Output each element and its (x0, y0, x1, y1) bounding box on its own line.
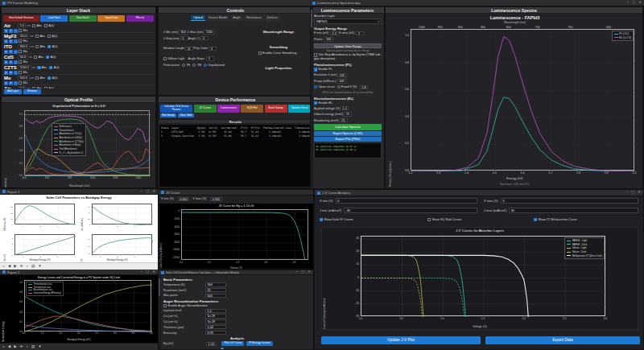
toolbar-icon[interactable]: ▶ (14, 265, 16, 269)
layer-move-button[interactable]: ▲ (4, 50, 8, 54)
emax-input[interactable]: 2 (356, 31, 364, 36)
field-input[interactable]: 25 (340, 118, 348, 123)
eqe-plot-button[interactable]: EQE Plot (241, 105, 263, 113)
toolbar-icon[interactable]: ⌖ (26, 265, 28, 269)
checkbox[interactable] (427, 218, 431, 221)
abs-checkbox[interactable] (34, 56, 37, 59)
alambda-checkbox[interactable] (46, 56, 49, 59)
close-icon[interactable]: ✕ (152, 270, 155, 274)
layer-move-button[interactable]: ＋ (14, 39, 18, 43)
toolbar-icon[interactable]: ✛ (20, 265, 23, 269)
tab-angle[interactable]: Angle (230, 15, 243, 21)
layer-move-button[interactable]: ＋ (14, 71, 18, 75)
close-icon[interactable]: ✕ (638, 1, 642, 5)
radio-button[interactable] (192, 64, 196, 67)
update-jv-plot-button[interactable]: Update J-V Plot (321, 336, 481, 344)
layer-thickness-input[interactable]: 50.0 (18, 55, 27, 60)
toolbar-icon[interactable]: ◀ (8, 265, 10, 269)
checkbox[interactable] (314, 101, 317, 105)
luminescence-button[interactable]: Luminescence (217, 105, 240, 113)
minimize-icon[interactable]: – (140, 190, 142, 194)
emin-input[interactable]: 1.2 (330, 31, 338, 36)
calculate-spectra-button[interactable]: Calculate Spectra (314, 124, 382, 130)
maximize-icon[interactable]: ▢ (632, 1, 635, 5)
alambda-checkbox[interactable] (47, 35, 51, 38)
field-input[interactable]: 1e-29 (205, 314, 226, 319)
abs-checkbox[interactable] (32, 24, 35, 27)
field-input[interactable]: 1.0 (205, 309, 226, 314)
toolbar-icon[interactable]: ✛ (20, 345, 23, 349)
field-input[interactable]: 300 (205, 282, 226, 287)
minimize-icon[interactable]: – (625, 191, 628, 195)
field-input[interactable]: 5 (180, 36, 188, 41)
field-input[interactable]: 15 (344, 112, 352, 117)
layer-move-button[interactable]: ▲ (4, 71, 8, 75)
abs-checkbox[interactable] (35, 45, 39, 48)
field-input[interactable]: 100 (337, 79, 346, 84)
save-stack-button[interactable]: Save Stack (69, 15, 97, 22)
layer-move-button[interactable]: ＋ (14, 50, 18, 54)
field-input[interactable]: 1.00 (205, 325, 226, 330)
mix-checkbox[interactable] (19, 29, 22, 32)
batch-sweep-button[interactable]: Batch Sweep (265, 105, 287, 113)
update-view-range-button[interactable]: Update View Range (314, 43, 382, 48)
layer-move-button[interactable]: ▲ (4, 60, 8, 64)
layer-move-button[interactable]: ▼ (9, 71, 13, 75)
checkbox[interactable] (163, 57, 167, 60)
tab-defects[interactable]: Defects (265, 15, 280, 21)
alambda-checkbox[interactable] (47, 45, 51, 48)
field-input[interactable]: 0.000 (178, 197, 190, 202)
field-input[interactable]: 0 (336, 198, 477, 204)
field-input[interactable]: 3 (501, 198, 638, 204)
abs-checkbox[interactable] (32, 87, 35, 89)
toolbar-icon[interactable]: ▼ (38, 265, 41, 269)
export-data-button[interactable]: Export Data (485, 336, 640, 344)
plot-j-v-curve-button[interactable]: Plot J-V Curve (221, 341, 244, 346)
close-icon[interactable]: ✕ (152, 190, 155, 194)
field-input[interactable]: 500 (205, 294, 226, 299)
eg-input[interactable]: 1.14 (206, 342, 216, 347)
maximize-icon[interactable]: ▢ (146, 270, 149, 274)
checkbox[interactable] (534, 218, 537, 221)
field-input[interactable]: 0.95 (205, 331, 226, 336)
field-input[interactable]: 1500 (204, 30, 214, 35)
tab-resistance[interactable]: Resistance (244, 15, 264, 21)
layer-move-button[interactable]: ▼ (9, 50, 13, 54)
layer-move-button[interactable]: ▲ (4, 39, 8, 43)
field-input[interactable]: 532 (337, 73, 346, 78)
minimize-icon[interactable]: – (626, 1, 629, 5)
field-input[interactable]: 0 (200, 36, 208, 41)
layer-move-button[interactable]: ▼ (9, 81, 13, 85)
checkbox[interactable] (163, 304, 167, 307)
export-plot-png--button[interactable]: Export Plot (PNG) (314, 137, 382, 142)
calculate-jv-device-params-button[interactable]: Calculate JV & Device Params (160, 105, 192, 113)
tab-optical[interactable]: Optical (191, 15, 205, 21)
load-stack-button[interactable]: Load Stack (40, 15, 68, 22)
layer-thickness-input[interactable]: 1.0 (18, 86, 26, 89)
field-input[interactable]: 300 (179, 30, 188, 35)
pl-fixed-voltage-input[interactable]: 0.8 (360, 85, 368, 90)
alambda-checkbox[interactable] (47, 76, 51, 80)
radio-button[interactable] (314, 85, 317, 89)
field-input[interactable]: 1e-29 (205, 319, 226, 324)
mix-checkbox[interactable] (19, 39, 22, 43)
jv-curves-button[interactable]: JV Curves (194, 105, 217, 113)
run-sweep-button[interactable]: Run Sweep (160, 113, 176, 117)
db-scrollbar[interactable] (159, 276, 161, 349)
mix-checkbox[interactable] (19, 60, 22, 64)
toolbar-icon[interactable]: ⌖ (26, 345, 28, 349)
alambda-checkbox[interactable] (49, 66, 52, 69)
layer-thickness-input[interactable]: 300.0 (18, 44, 30, 49)
tab-device-model[interactable]: Device Model (206, 15, 229, 21)
field-input[interactable]: 0.900 (210, 197, 222, 202)
toolbar-icon[interactable]: ⌂ (2, 345, 5, 349)
layer-move-button[interactable]: ▲ (4, 81, 8, 85)
layer-move-button[interactable]: ▼ (9, 29, 13, 33)
maximize-icon[interactable]: ▢ (146, 190, 149, 194)
layer-thickness-input[interactable]: 500.0 (18, 76, 30, 80)
field-input[interactable]: 25 (205, 288, 226, 293)
maximize-icon[interactable]: ▢ (631, 191, 634, 195)
layer-thickness-input[interactable]: 1.0 (18, 23, 26, 28)
layer-row[interactable]: CZTS1500.0nmAbsA(λ)▲▼＋Mix (2, 64, 155, 75)
abs-checkbox[interactable] (35, 76, 39, 80)
